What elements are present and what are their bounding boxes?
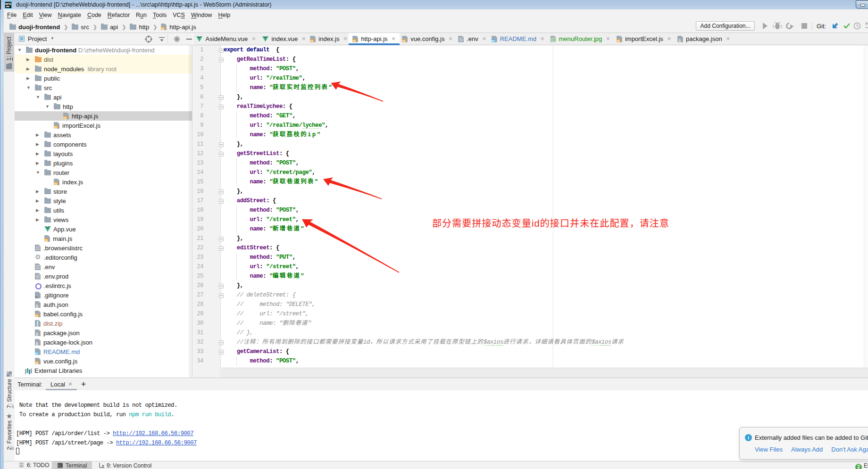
svg-text:Git:: Git: (817, 23, 826, 30)
